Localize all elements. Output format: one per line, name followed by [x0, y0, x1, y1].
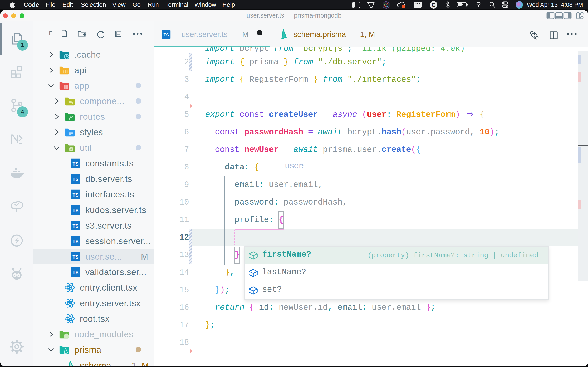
svg-text:TS: TS	[163, 33, 169, 37]
svg-text:TS: TS	[72, 224, 79, 229]
svg-text:TS: TS	[72, 239, 79, 244]
svg-text:TS: TS	[72, 192, 79, 198]
svg-text:TS: TS	[72, 254, 79, 260]
svg-text:TS: TS	[72, 161, 79, 167]
svg-text:TS: TS	[72, 177, 79, 182]
svg-text:TS: TS	[72, 270, 79, 275]
svg-text:TS: TS	[72, 208, 79, 213]
